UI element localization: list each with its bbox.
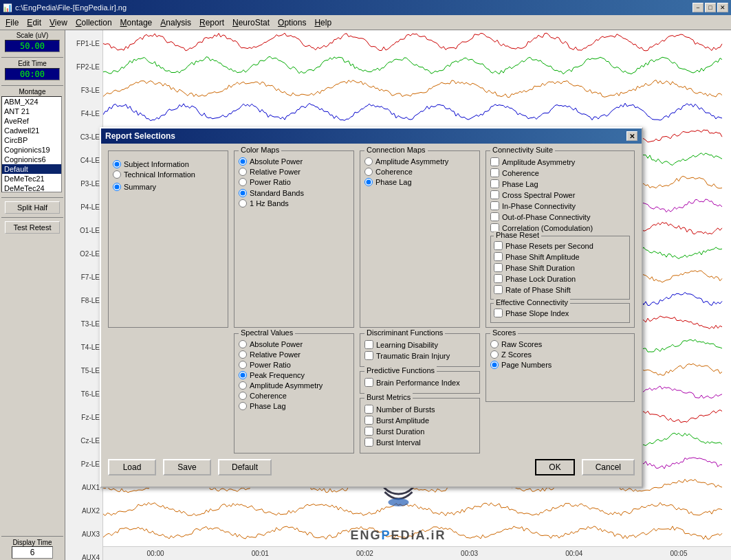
display-time-input[interactable] xyxy=(12,546,53,559)
split-half-button[interactable]: Split Half xyxy=(5,201,60,214)
sv-phase-lag-radio[interactable]: Phase Lag xyxy=(239,402,349,410)
ok-button[interactable]: OK xyxy=(535,459,574,475)
bm-burst-amp-input[interactable] xyxy=(364,416,373,425)
menu-report[interactable]: Report xyxy=(195,16,228,29)
bm-burst-interval-input[interactable] xyxy=(364,438,373,447)
scale-input[interactable] xyxy=(5,40,60,52)
bm-num-bursts-input[interactable] xyxy=(364,405,373,414)
montage-item[interactable]: Cognionics19 xyxy=(2,145,61,155)
menu-file[interactable]: File xyxy=(1,16,23,29)
df-ld-input[interactable] xyxy=(364,340,373,349)
sv-abs-power-radio[interactable]: Absolute Power xyxy=(239,340,349,348)
hz-bands-input[interactable] xyxy=(239,199,247,208)
pr-shift-dur-input[interactable] xyxy=(494,263,503,272)
color-rel-power-input[interactable] xyxy=(239,168,247,176)
scores-raw-radio[interactable]: Raw Scores xyxy=(490,340,630,348)
color-abs-power-input[interactable] xyxy=(239,157,247,166)
close-button[interactable]: ✕ xyxy=(717,3,728,12)
menu-collection[interactable]: Collection xyxy=(72,16,116,29)
pr-shift-amp-input[interactable] xyxy=(494,252,503,261)
scores-raw-input[interactable] xyxy=(490,340,499,348)
menu-montage[interactable]: Montage xyxy=(116,16,157,29)
summary-input[interactable] xyxy=(113,183,121,191)
conn-phase-lag-radio[interactable]: Phase Lag xyxy=(364,178,475,186)
cs-coherence-input[interactable] xyxy=(490,168,499,177)
pr-rate-input[interactable] xyxy=(494,285,503,294)
cs-cross-spectral[interactable]: Cross Spectral Power xyxy=(490,190,630,199)
summary-radio[interactable]: Summary xyxy=(113,183,223,191)
default-button[interactable]: Default xyxy=(218,459,272,475)
maximize-button[interactable]: □ xyxy=(705,3,716,12)
cs-in-phase[interactable]: In-Phase Connectivity xyxy=(490,201,630,210)
pr-lock-dur[interactable]: Phase Lock Duration xyxy=(494,274,626,283)
sv-amp-asym-radio[interactable]: Amplitude Asymmetry xyxy=(239,381,349,390)
pr-per-second-input[interactable] xyxy=(494,241,503,250)
sv-coherence-input[interactable] xyxy=(239,392,247,400)
sv-phase-lag-input[interactable] xyxy=(239,402,247,410)
montage-item[interactable]: Cognionics6 xyxy=(2,155,61,164)
window-controls[interactable]: − □ ✕ xyxy=(692,3,728,12)
report-selections-dialog[interactable]: Report Selections ✕ Subject Information … xyxy=(100,127,643,488)
conn-amp-asym-input[interactable] xyxy=(364,157,373,166)
color-power-ratio-input[interactable] xyxy=(239,178,247,186)
edit-time-input[interactable] xyxy=(5,68,60,80)
subject-info-input[interactable] xyxy=(113,160,121,168)
bm-burst-dur-input[interactable] xyxy=(364,427,373,436)
color-power-ratio-radio[interactable]: Power Ratio xyxy=(239,178,349,186)
menu-help[interactable]: Help xyxy=(310,16,336,29)
scores-page-radio[interactable]: Page Numbers xyxy=(490,361,630,369)
cs-phase-lag[interactable]: Phase Lag xyxy=(490,179,630,188)
cs-amp-asym-input[interactable] xyxy=(490,157,499,166)
cancel-button[interactable]: Cancel xyxy=(582,459,635,475)
standard-bands-radio[interactable]: Standard Bands xyxy=(239,189,349,197)
menu-options[interactable]: Options xyxy=(274,16,310,29)
pr-lock-dur-input[interactable] xyxy=(494,274,503,283)
montage-item[interactable]: DeMeTec24 xyxy=(2,183,61,192)
pf-bpi[interactable]: Brain Performance Index xyxy=(364,378,475,387)
test-retest-button[interactable]: Test Retest xyxy=(5,221,60,234)
cs-out-phase-input[interactable] xyxy=(490,212,499,221)
df-tbi[interactable]: Traumatic Brain Injury xyxy=(364,351,475,360)
subject-info-radio[interactable]: Subject Information xyxy=(113,160,223,168)
color-rel-power-radio[interactable]: Relative Power xyxy=(239,168,349,176)
conn-phase-lag-input[interactable] xyxy=(364,178,373,186)
scores-z-radio[interactable]: Z Scores xyxy=(490,350,630,359)
conn-amp-asym-radio[interactable]: Amplitude Asymmetry xyxy=(364,157,475,166)
summary-radio-wrap[interactable]: Summary xyxy=(113,183,223,191)
bm-burst-interval[interactable]: Burst Interval xyxy=(364,438,475,447)
cs-amp-asym[interactable]: Amplitude Asymmetry xyxy=(490,157,630,166)
scores-page-input[interactable] xyxy=(490,361,499,369)
cs-coherence[interactable]: Coherence xyxy=(490,168,630,177)
dialog-close-button[interactable]: ✕ xyxy=(626,131,637,141)
menu-neurostat[interactable]: NeuroStat xyxy=(228,16,274,29)
sv-power-ratio-input[interactable] xyxy=(239,361,247,369)
sv-coherence-radio[interactable]: Coherence xyxy=(239,392,349,400)
hz-bands-radio[interactable]: 1 Hz Bands xyxy=(239,199,349,208)
pr-shift-dur[interactable]: Phase Shift Duration xyxy=(494,263,626,272)
cs-out-phase[interactable]: Out-of-Phase Connectivity xyxy=(490,212,630,221)
conn-coherence-input[interactable] xyxy=(364,168,373,176)
menu-analysis[interactable]: Analysis xyxy=(156,16,195,29)
bm-burst-amp[interactable]: Burst Amplitude xyxy=(364,416,475,425)
menu-view[interactable]: View xyxy=(45,16,72,29)
minimize-button[interactable]: − xyxy=(692,3,703,12)
technical-info-radio[interactable]: Technical Information xyxy=(113,170,223,179)
df-tbi-input[interactable] xyxy=(364,351,373,360)
pr-rate[interactable]: Rate of Phase Shift xyxy=(494,285,626,294)
sv-rel-power-input[interactable] xyxy=(239,350,247,359)
montage-item[interactable]: Cadwell21 xyxy=(2,126,61,135)
sv-rel-power-radio[interactable]: Relative Power xyxy=(239,350,349,359)
sv-abs-power-input[interactable] xyxy=(239,340,247,348)
standard-bands-input[interactable] xyxy=(239,189,247,197)
cs-in-phase-input[interactable] xyxy=(490,201,499,210)
color-abs-power-radio[interactable]: Absolute Power xyxy=(239,157,349,166)
montage-list[interactable]: ABM_X24 ANT 21 AveRef Cadwell21 CircBP C… xyxy=(1,96,62,192)
df-learning-disability[interactable]: Learning Disability xyxy=(364,340,475,349)
save-button[interactable]: Save xyxy=(163,459,211,475)
load-button[interactable]: Load xyxy=(108,459,156,475)
cs-phase-lag-input[interactable] xyxy=(490,179,499,188)
technical-info-input[interactable] xyxy=(113,170,121,179)
cs-cross-spectral-input[interactable] xyxy=(490,190,499,199)
sv-amp-asym-input[interactable] xyxy=(239,381,247,390)
bm-num-bursts[interactable]: Number of Bursts xyxy=(364,405,475,414)
